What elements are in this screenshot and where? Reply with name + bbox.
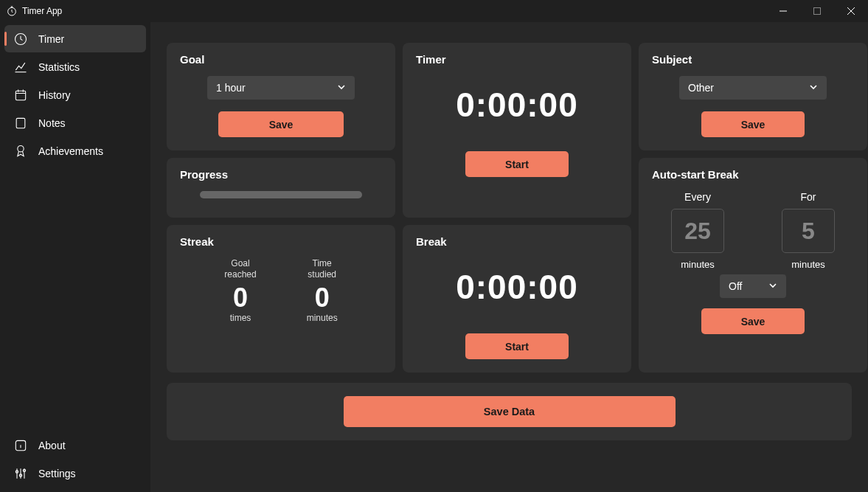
auto-for-input[interactable] xyxy=(782,209,835,253)
goal-card: Goal 1 hour Save xyxy=(167,43,395,150)
subject-select[interactable]: Other xyxy=(679,76,827,100)
sliders-icon xyxy=(13,466,28,481)
auto-every-input[interactable] xyxy=(671,209,724,253)
streak-time-value: 0 xyxy=(307,283,338,313)
auto-for-unit: minutes xyxy=(771,259,845,270)
sidebar-item-label: About xyxy=(38,440,66,451)
streak-goal-label: Goal reached xyxy=(224,258,256,280)
sidebar-item-label: Notes xyxy=(38,117,66,129)
svg-point-5 xyxy=(18,145,24,151)
sidebar-item-label: History xyxy=(38,89,71,101)
chevron-down-icon xyxy=(768,280,777,292)
sidebar: Timer Statistics History Notes Achieveme… xyxy=(0,22,150,492)
info-icon xyxy=(13,438,28,453)
sidebar-item-label: Achievements xyxy=(38,145,103,157)
sidebar-item-about[interactable]: About xyxy=(4,432,146,459)
sidebar-item-label: Statistics xyxy=(38,61,80,73)
svg-rect-4 xyxy=(16,118,25,128)
auto-toggle-select[interactable]: Off xyxy=(720,274,786,298)
goal-select-value: 1 hour xyxy=(216,82,246,94)
calendar-icon xyxy=(13,88,28,103)
goal-select[interactable]: 1 hour xyxy=(207,76,355,100)
timer-start-button[interactable]: Start xyxy=(465,151,569,177)
break-card: Break 0:00:00 Start xyxy=(403,225,631,373)
streak-goal-unit: times xyxy=(224,313,256,323)
sidebar-item-statistics[interactable]: Statistics xyxy=(4,53,146,80)
sidebar-item-label: Timer xyxy=(38,33,64,45)
sidebar-item-history[interactable]: History xyxy=(4,81,146,108)
auto-for-label: For xyxy=(771,191,845,203)
save-data-button[interactable]: Save Data xyxy=(344,396,676,427)
window-title: Timer App xyxy=(22,6,62,16)
streak-goal-value: 0 xyxy=(224,283,256,313)
chevron-down-icon xyxy=(337,82,346,94)
maximize-button[interactable] xyxy=(800,0,834,22)
clock-icon xyxy=(13,32,28,46)
sidebar-item-settings[interactable]: Settings xyxy=(4,460,146,487)
auto-toggle-value: Off xyxy=(729,280,742,292)
break-start-button[interactable]: Start xyxy=(465,333,569,359)
medal-icon xyxy=(13,144,28,159)
subject-select-value: Other xyxy=(688,82,714,94)
timer-card: Timer 0:00:00 Start xyxy=(403,43,631,218)
svg-rect-1 xyxy=(814,8,821,15)
subject-card: Subject Other Save xyxy=(639,43,867,150)
auto-save-button[interactable]: Save xyxy=(701,308,805,334)
subject-save-button[interactable]: Save xyxy=(701,111,805,137)
goal-title: Goal xyxy=(180,53,382,66)
streak-card: Streak Goal reached 0 times Time studied… xyxy=(167,225,395,373)
streak-time-label: Time studied xyxy=(307,258,338,280)
close-button[interactable] xyxy=(834,0,868,22)
break-title: Break xyxy=(416,235,618,248)
auto-every-unit: minutes xyxy=(661,259,735,270)
sidebar-item-achievements[interactable]: Achievements xyxy=(4,137,146,164)
goal-save-button[interactable]: Save xyxy=(218,111,344,137)
app-icon xyxy=(6,5,18,17)
svg-rect-3 xyxy=(15,91,25,100)
auto-break-card: Auto-start Break Every minutes For minut… xyxy=(639,158,867,373)
title-bar: Timer App xyxy=(0,0,868,22)
chevron-down-icon xyxy=(809,82,818,94)
auto-every-label: Every xyxy=(661,191,735,203)
sidebar-item-notes[interactable]: Notes xyxy=(4,109,146,136)
auto-break-title: Auto-start Break xyxy=(652,168,854,181)
subject-title: Subject xyxy=(652,53,854,66)
progress-card: Progress xyxy=(167,158,395,218)
break-display: 0:00:00 xyxy=(416,267,618,307)
progress-bar xyxy=(200,191,362,198)
sidebar-item-label: Settings xyxy=(38,468,76,479)
streak-time-unit: minutes xyxy=(307,313,338,323)
timer-title: Timer xyxy=(416,53,618,66)
streak-title: Streak xyxy=(180,235,382,248)
footer-card: Save Data xyxy=(167,383,852,440)
minimize-button[interactable] xyxy=(766,0,800,22)
timer-display: 0:00:00 xyxy=(416,85,618,125)
chart-line-icon xyxy=(13,60,28,75)
note-icon xyxy=(13,116,28,131)
sidebar-item-timer[interactable]: Timer xyxy=(4,25,146,52)
progress-title: Progress xyxy=(180,168,382,181)
